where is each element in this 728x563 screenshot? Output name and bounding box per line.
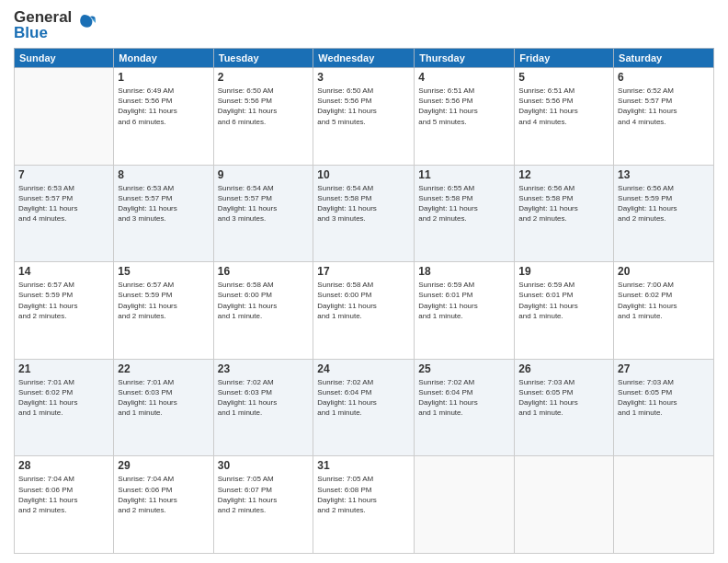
day-info: Sunrise: 7:04 AM Sunset: 6:06 PM Dayligh… [18, 474, 109, 515]
calendar-cell: 5Sunrise: 6:51 AM Sunset: 5:56 PM Daylig… [515, 68, 614, 166]
day-number: 25 [418, 362, 510, 375]
day-number: 22 [118, 362, 209, 375]
day-info: Sunrise: 7:01 AM Sunset: 6:03 PM Dayligh… [118, 377, 209, 419]
calendar-week-row: 28Sunrise: 7:04 AM Sunset: 6:06 PM Dayli… [15, 456, 714, 554]
weekday-header-saturday: Saturday [614, 49, 714, 68]
page: General Blue SundayMondayTuesdayWednesda… [0, 0, 728, 563]
day-number: 24 [317, 362, 410, 375]
day-info: Sunrise: 6:51 AM Sunset: 5:56 PM Dayligh… [518, 86, 609, 127]
logo-general: General [14, 9, 72, 25]
day-info: Sunrise: 7:05 AM Sunset: 6:07 PM Dayligh… [218, 474, 310, 515]
day-info: Sunrise: 7:05 AM Sunset: 6:08 PM Dayligh… [317, 474, 410, 515]
day-info: Sunrise: 7:01 AM Sunset: 6:02 PM Dayligh… [18, 377, 109, 419]
day-info: Sunrise: 7:02 AM Sunset: 6:03 PM Dayligh… [218, 377, 310, 419]
day-number: 4 [418, 71, 510, 84]
day-number: 16 [218, 265, 310, 278]
weekday-header-wednesday: Wednesday [313, 49, 415, 68]
day-number: 9 [218, 168, 310, 181]
day-info: Sunrise: 6:56 AM Sunset: 5:59 PM Dayligh… [618, 183, 710, 224]
calendar-cell [415, 456, 515, 554]
calendar-cell: 6Sunrise: 6:52 AM Sunset: 5:57 PM Daylig… [614, 68, 714, 166]
day-info: Sunrise: 6:52 AM Sunset: 5:57 PM Dayligh… [618, 86, 710, 127]
calendar-cell: 29Sunrise: 7:04 AM Sunset: 6:06 PM Dayli… [114, 456, 213, 554]
logo-bird-icon [74, 11, 96, 39]
day-number: 19 [518, 265, 609, 278]
logo: General Blue [14, 9, 96, 40]
calendar-cell: 27Sunrise: 7:03 AM Sunset: 6:05 PM Dayli… [614, 359, 714, 456]
calendar-week-row: 14Sunrise: 6:57 AM Sunset: 5:59 PM Dayli… [15, 262, 714, 360]
day-info: Sunrise: 6:58 AM Sunset: 6:00 PM Dayligh… [317, 280, 410, 321]
day-number: 8 [118, 168, 209, 181]
calendar-cell: 2Sunrise: 6:50 AM Sunset: 5:56 PM Daylig… [213, 68, 313, 166]
calendar-cell: 3Sunrise: 6:50 AM Sunset: 5:56 PM Daylig… [313, 68, 415, 166]
calendar-cell: 25Sunrise: 7:02 AM Sunset: 6:04 PM Dayli… [415, 359, 515, 456]
day-info: Sunrise: 7:00 AM Sunset: 6:02 PM Dayligh… [618, 280, 710, 321]
weekday-header-monday: Monday [114, 49, 213, 68]
calendar-cell: 8Sunrise: 6:53 AM Sunset: 5:57 PM Daylig… [114, 165, 213, 262]
calendar-cell [15, 68, 114, 166]
calendar-cell: 4Sunrise: 6:51 AM Sunset: 5:56 PM Daylig… [415, 68, 515, 166]
calendar-week-row: 1Sunrise: 6:49 AM Sunset: 5:56 PM Daylig… [15, 68, 714, 166]
calendar-cell: 16Sunrise: 6:58 AM Sunset: 6:00 PM Dayli… [213, 262, 313, 360]
calendar-cell: 14Sunrise: 6:57 AM Sunset: 5:59 PM Dayli… [15, 262, 114, 360]
day-info: Sunrise: 6:53 AM Sunset: 5:57 PM Dayligh… [118, 183, 209, 224]
logo-wrapper: General Blue [14, 9, 96, 40]
day-info: Sunrise: 6:57 AM Sunset: 5:59 PM Dayligh… [18, 280, 109, 321]
day-number: 17 [317, 265, 410, 278]
day-info: Sunrise: 6:59 AM Sunset: 6:01 PM Dayligh… [418, 280, 510, 321]
calendar-cell: 28Sunrise: 7:04 AM Sunset: 6:06 PM Dayli… [15, 456, 114, 554]
calendar-cell: 12Sunrise: 6:56 AM Sunset: 5:58 PM Dayli… [515, 165, 614, 262]
calendar-cell: 30Sunrise: 7:05 AM Sunset: 6:07 PM Dayli… [213, 456, 313, 554]
day-number: 21 [18, 362, 109, 375]
day-number: 10 [317, 168, 410, 181]
day-number: 2 [218, 71, 310, 84]
day-info: Sunrise: 6:54 AM Sunset: 5:57 PM Dayligh… [218, 183, 310, 224]
calendar-cell: 18Sunrise: 6:59 AM Sunset: 6:01 PM Dayli… [415, 262, 515, 360]
calendar-cell: 20Sunrise: 7:00 AM Sunset: 6:02 PM Dayli… [614, 262, 714, 360]
header: General Blue [14, 9, 714, 40]
day-info: Sunrise: 7:04 AM Sunset: 6:06 PM Dayligh… [118, 474, 209, 515]
day-number: 18 [418, 265, 510, 278]
day-info: Sunrise: 6:58 AM Sunset: 6:00 PM Dayligh… [218, 280, 310, 321]
day-info: Sunrise: 7:02 AM Sunset: 6:04 PM Dayligh… [317, 377, 410, 419]
calendar-week-row: 21Sunrise: 7:01 AM Sunset: 6:02 PM Dayli… [15, 359, 714, 456]
day-info: Sunrise: 6:49 AM Sunset: 5:56 PM Dayligh… [118, 86, 209, 127]
calendar-cell: 9Sunrise: 6:54 AM Sunset: 5:57 PM Daylig… [213, 165, 313, 262]
day-number: 23 [218, 362, 310, 375]
calendar-cell: 17Sunrise: 6:58 AM Sunset: 6:00 PM Dayli… [313, 262, 415, 360]
day-number: 29 [118, 459, 209, 472]
day-number: 1 [118, 71, 209, 84]
day-info: Sunrise: 6:51 AM Sunset: 5:56 PM Dayligh… [418, 86, 510, 127]
calendar-cell: 7Sunrise: 6:53 AM Sunset: 5:57 PM Daylig… [15, 165, 114, 262]
day-number: 31 [317, 459, 410, 472]
calendar-table: SundayMondayTuesdayWednesdayThursdayFrid… [14, 48, 714, 554]
calendar-cell: 15Sunrise: 6:57 AM Sunset: 5:59 PM Dayli… [114, 262, 213, 360]
calendar-cell: 11Sunrise: 6:55 AM Sunset: 5:58 PM Dayli… [415, 165, 515, 262]
weekday-header-tuesday: Tuesday [213, 49, 313, 68]
day-number: 26 [518, 362, 609, 375]
calendar-cell: 1Sunrise: 6:49 AM Sunset: 5:56 PM Daylig… [114, 68, 213, 166]
day-number: 20 [618, 265, 710, 278]
calendar-cell: 24Sunrise: 7:02 AM Sunset: 6:04 PM Dayli… [313, 359, 415, 456]
day-info: Sunrise: 7:03 AM Sunset: 6:05 PM Dayligh… [518, 377, 609, 419]
day-number: 7 [18, 168, 109, 181]
day-info: Sunrise: 6:59 AM Sunset: 6:01 PM Dayligh… [518, 280, 609, 321]
day-info: Sunrise: 6:53 AM Sunset: 5:57 PM Dayligh… [18, 183, 109, 224]
calendar-week-row: 7Sunrise: 6:53 AM Sunset: 5:57 PM Daylig… [15, 165, 714, 262]
day-number: 15 [118, 265, 209, 278]
day-number: 27 [618, 362, 710, 375]
weekday-header-friday: Friday [515, 49, 614, 68]
day-info: Sunrise: 6:57 AM Sunset: 5:59 PM Dayligh… [118, 280, 209, 321]
weekday-header-sunday: Sunday [15, 49, 114, 68]
day-number: 6 [618, 71, 710, 84]
weekday-header-thursday: Thursday [415, 49, 515, 68]
day-info: Sunrise: 7:02 AM Sunset: 6:04 PM Dayligh… [418, 377, 510, 419]
calendar-cell: 21Sunrise: 7:01 AM Sunset: 6:02 PM Dayli… [15, 359, 114, 456]
day-number: 5 [518, 71, 609, 84]
day-number: 12 [518, 168, 609, 181]
calendar-cell: 10Sunrise: 6:54 AM Sunset: 5:58 PM Dayli… [313, 165, 415, 262]
day-info: Sunrise: 7:03 AM Sunset: 6:05 PM Dayligh… [618, 377, 710, 419]
calendar-cell: 26Sunrise: 7:03 AM Sunset: 6:05 PM Dayli… [515, 359, 614, 456]
day-info: Sunrise: 6:50 AM Sunset: 5:56 PM Dayligh… [218, 86, 310, 127]
calendar-cell: 31Sunrise: 7:05 AM Sunset: 6:08 PM Dayli… [313, 456, 415, 554]
